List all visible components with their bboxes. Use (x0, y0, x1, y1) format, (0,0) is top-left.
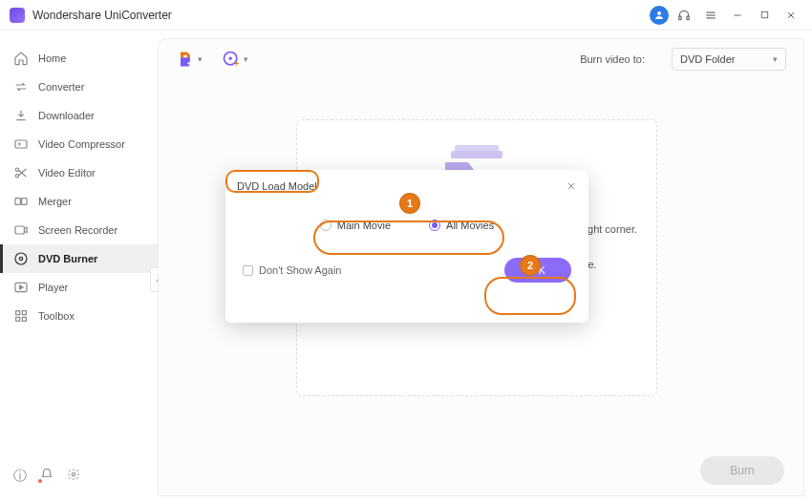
close-icon (566, 180, 577, 192)
sidebar-item-merger[interactable]: Merger (0, 187, 158, 216)
sidebar-item-home[interactable]: Home (0, 44, 158, 73)
radio-icon (429, 220, 440, 231)
burn-button[interactable]: Burn (700, 456, 784, 485)
burn-to-value: DVD Folder (680, 53, 735, 65)
sidebar-item-toolbox[interactable]: Toolbox (0, 302, 158, 330)
svg-point-0 (657, 11, 661, 15)
sidebar-item-label: Video Compressor (38, 138, 125, 150)
merge-icon (13, 194, 29, 209)
modal-title: DVD Load Model (237, 180, 317, 192)
sidebar-item-dvd-burner[interactable]: DVD Burner (0, 244, 158, 273)
sidebar-item-editor[interactable]: Video Editor (0, 158, 158, 187)
svg-rect-21 (16, 317, 20, 321)
sidebar-item-player[interactable]: Player (0, 273, 158, 302)
toolbar: + ▾ + ▾ Burn video to: DVD Folder ▾ (159, 39, 803, 79)
svg-text:+: + (187, 59, 192, 69)
sidebar-item-label: Screen Recorder (38, 224, 118, 236)
burn-to-label: Burn video to: (580, 53, 645, 65)
titlebar: Wondershare UniConverter (0, 0, 812, 31)
sidebar-item-label: Converter (38, 81, 84, 93)
scissors-icon (13, 165, 29, 180)
headset-icon[interactable] (673, 4, 695, 27)
svg-point-26 (229, 57, 232, 60)
svg-point-17 (19, 257, 22, 260)
burn-to-select[interactable]: DVD Folder ▾ (672, 48, 786, 71)
radio-label: Main Movie (337, 220, 391, 231)
compress-icon (13, 136, 29, 152)
dvd-load-modal: DVD Load Model Main Movie All Movies Don… (225, 170, 588, 323)
sidebar-item-label: Merger (38, 196, 72, 207)
notification-icon[interactable] (40, 468, 53, 485)
help-icon[interactable]: ⓘ (13, 468, 27, 485)
disc-add-icon: + (222, 50, 241, 69)
radio-label: All Movies (446, 220, 494, 231)
home-icon (13, 51, 29, 66)
svg-rect-19 (16, 311, 20, 315)
sidebar-item-label: Player (38, 282, 68, 293)
sidebar-item-label: Toolbox (38, 310, 75, 322)
account-avatar-icon[interactable] (650, 6, 669, 25)
sidebar-item-downloader[interactable]: Downloader (0, 101, 158, 130)
chevron-down-icon: ▾ (244, 54, 248, 64)
svg-rect-15 (15, 226, 24, 234)
radio-all-movies[interactable]: All Movies (429, 220, 494, 231)
converter-icon (13, 79, 29, 94)
sidebar-item-label: Home (38, 52, 66, 64)
download-icon (13, 108, 29, 123)
grid-icon (13, 308, 29, 324)
play-icon (13, 280, 29, 295)
svg-point-16 (15, 253, 27, 264)
sidebar-item-label: Video Editor (38, 167, 96, 178)
svg-rect-20 (22, 311, 26, 315)
close-button[interactable] (780, 4, 802, 27)
sidebar-item-compressor[interactable]: Video Compressor (0, 130, 158, 158)
dont-show-checkbox[interactable]: Don't Show Again (243, 264, 342, 276)
chevron-down-icon: ▾ (198, 54, 203, 64)
svg-rect-1 (679, 16, 681, 20)
sidebar-item-recorder[interactable]: Screen Recorder (0, 216, 158, 244)
sidebar: Home Converter Downloader Video Compress… (0, 31, 158, 504)
checkbox-label: Don't Show Again (259, 264, 342, 276)
menu-icon[interactable] (699, 4, 722, 27)
sidebar-item-converter[interactable]: Converter (0, 73, 158, 101)
maximize-button[interactable] (753, 4, 776, 27)
file-add-icon: + (176, 50, 195, 69)
svg-text:+: + (234, 59, 239, 69)
ok-button[interactable]: OK (504, 258, 571, 283)
record-icon (13, 222, 29, 238)
modal-close-button[interactable] (566, 180, 577, 192)
chevron-down-icon: ▾ (773, 54, 778, 64)
disc-icon (13, 251, 29, 266)
radio-icon (320, 220, 331, 231)
svg-rect-13 (15, 199, 20, 205)
svg-point-23 (72, 472, 75, 476)
sidebar-item-label: Downloader (38, 110, 95, 121)
radio-main-movie[interactable]: Main Movie (320, 220, 391, 231)
settings-icon[interactable] (67, 468, 80, 485)
app-title: Wondershare UniConverter (32, 9, 172, 22)
svg-rect-2 (687, 16, 689, 20)
add-file-button[interactable]: + ▾ (176, 50, 203, 69)
sidebar-item-label: DVD Burner (38, 253, 97, 264)
svg-rect-29 (451, 151, 502, 158)
svg-rect-22 (22, 317, 26, 321)
app-logo-icon (10, 8, 25, 23)
load-disc-button[interactable]: + ▾ (222, 50, 248, 69)
checkbox-icon (243, 265, 253, 276)
svg-rect-7 (761, 11, 767, 17)
minimize-button[interactable] (726, 4, 749, 27)
svg-rect-14 (22, 199, 27, 205)
